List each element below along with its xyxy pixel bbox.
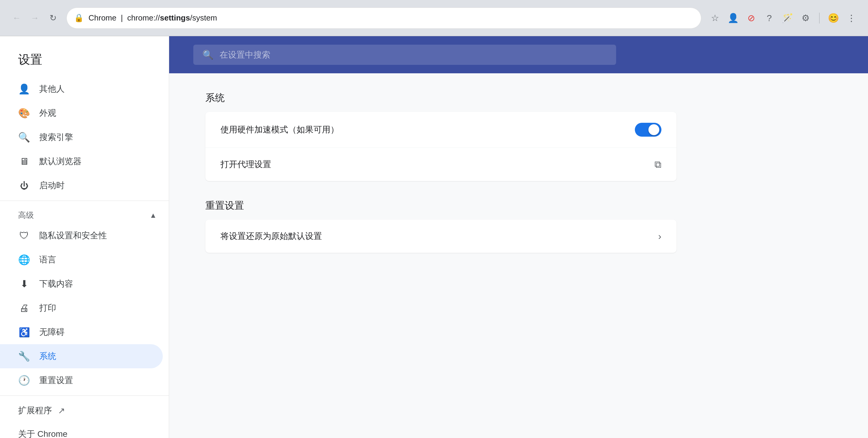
- sidebar-label-system: 系统: [39, 350, 56, 362]
- system-settings-card: 使用硬件加速模式（如果可用） 打开代理设置 ⧉: [205, 112, 677, 181]
- external-link-icon: ↗: [58, 406, 65, 416]
- hardware-accel-action: [635, 123, 661, 137]
- sidebar-item-accessibility[interactable]: ♿ 无障碍: [0, 320, 169, 344]
- sidebar-item-language[interactable]: 🌐 语言: [0, 248, 169, 272]
- extension1-button[interactable]: 🪄: [780, 10, 795, 26]
- toolbar-separator: [819, 13, 820, 24]
- content-area: 🔍 系统 使用硬件加速模式（如果可用）: [169, 36, 868, 438]
- sidebar-item-downloads[interactable]: ⬇ 下载内容: [0, 272, 169, 296]
- settings-gear-button[interactable]: ⚙: [798, 10, 813, 26]
- palette-icon: 🎨: [18, 107, 30, 119]
- advanced-collapse-icon: ▲: [150, 211, 157, 220]
- sidebar-item-system[interactable]: 🔧 系统: [0, 344, 163, 368]
- address-text: Chrome | chrome://settings/system: [89, 13, 217, 23]
- about-label: 关于 Chrome: [18, 428, 67, 438]
- shield-icon: 🛡: [18, 230, 30, 241]
- emoji-button[interactable]: 😊: [826, 10, 841, 26]
- sidebar-label-startup: 启动时: [39, 180, 65, 191]
- hardware-accel-label: 使用硬件加速模式（如果可用）: [220, 124, 635, 135]
- proxy-external-link-icon: ⧉: [654, 159, 661, 170]
- hardware-accel-toggle[interactable]: [635, 123, 661, 137]
- reset-icon: 🕐: [18, 375, 30, 386]
- sidebar-item-search[interactable]: 🔍 搜索引擎: [0, 125, 169, 149]
- wrench-icon: 🔧: [18, 350, 30, 362]
- restore-defaults-label: 将设置还原为原始默认设置: [220, 231, 658, 242]
- restore-defaults-row[interactable]: 将设置还原为原始默认设置 ›: [205, 220, 677, 253]
- sidebar-label-search: 搜索引擎: [39, 132, 73, 143]
- search-input-wrap[interactable]: 🔍: [193, 45, 616, 65]
- sidebar-item-print[interactable]: 🖨 打印: [0, 296, 169, 320]
- download-icon: ⬇: [18, 278, 30, 290]
- profile-button[interactable]: 👤: [725, 10, 741, 26]
- proxy-action: ⧉: [654, 159, 661, 170]
- sidebar-footer-divider: [0, 396, 169, 396]
- print-icon: 🖨: [18, 303, 30, 314]
- extensions-label: 扩展程序: [18, 405, 52, 416]
- sidebar-divider: [0, 201, 169, 201]
- sidebar-label-reset: 重置设置: [39, 375, 73, 386]
- chrome-text: Chrome: [89, 13, 116, 22]
- advanced-label: 高级: [18, 210, 34, 221]
- sidebar-item-privacy[interactable]: 🛡 隐私设置和安全性: [0, 224, 169, 248]
- sidebar-item-default-browser[interactable]: 🖥 默认浏览器: [0, 149, 169, 173]
- security-icon: 🔒: [74, 13, 84, 23]
- search-bar-icon: 🔍: [203, 49, 214, 60]
- reload-button[interactable]: ↻: [45, 10, 60, 26]
- help-button[interactable]: ?: [762, 10, 777, 26]
- reset-section-title: 重置设置: [205, 199, 677, 212]
- main-layout: 设置 👤 其他人 🎨 外观 🔍 搜索引擎 🖥 默认浏览器 ⏻ 启动时 高级 ▲: [0, 36, 868, 438]
- sidebar-item-about[interactable]: 关于 Chrome: [0, 422, 169, 438]
- sidebar-label-appearance: 外观: [39, 107, 56, 119]
- accessibility-icon: ♿: [18, 327, 30, 338]
- forward-button[interactable]: →: [27, 10, 42, 26]
- bookmark-button[interactable]: ☆: [707, 10, 722, 26]
- browser-actions: ☆ 👤 ⊘ ? 🪄 ⚙ 😊 ⋮: [707, 10, 859, 26]
- menu-button[interactable]: ⋮: [844, 10, 859, 26]
- chevron-right-icon: ›: [658, 231, 661, 242]
- sidebar-title: 设置: [0, 36, 169, 77]
- sidebar-item-reset[interactable]: 🕐 重置设置: [0, 368, 169, 393]
- power-icon: ⏻: [18, 181, 30, 191]
- content-body: 系统 使用硬件加速模式（如果可用） 打开代理设置 ⧉: [169, 73, 713, 289]
- sidebar-item-startup[interactable]: ⏻ 启动时: [0, 173, 169, 198]
- search-input[interactable]: [220, 50, 607, 60]
- proxy-label: 打开代理设置: [220, 159, 654, 170]
- browser-chrome: ← → ↻ 🔒 Chrome | chrome://settings/syste…: [0, 0, 868, 36]
- browser-icon: 🖥: [18, 156, 30, 167]
- search-bar-area: 🔍: [169, 36, 868, 73]
- person-icon: 👤: [18, 83, 30, 95]
- sidebar-label-language: 语言: [39, 254, 56, 265]
- sidebar-label-downloads: 下载内容: [39, 278, 73, 290]
- reset-settings-card: 将设置还原为原始默认设置 ›: [205, 220, 677, 253]
- search-icon: 🔍: [18, 132, 30, 143]
- sidebar-item-others[interactable]: 👤 其他人: [0, 77, 169, 101]
- globe-icon: 🌐: [18, 254, 30, 265]
- advanced-section-header[interactable]: 高级 ▲: [0, 204, 169, 224]
- hardware-accel-row: 使用硬件加速模式（如果可用）: [205, 112, 677, 148]
- toggle-slider: [635, 123, 661, 137]
- sidebar-label-accessibility: 无障碍: [39, 326, 65, 338]
- sidebar-label-others: 其他人: [39, 83, 65, 95]
- sidebar-label-browser: 默认浏览器: [39, 156, 82, 167]
- restore-defaults-action: ›: [658, 231, 661, 242]
- adblock-button[interactable]: ⊘: [744, 10, 759, 26]
- sidebar-item-extensions[interactable]: 扩展程序 ↗: [0, 399, 169, 422]
- nav-buttons: ← → ↻: [9, 10, 60, 26]
- back-button[interactable]: ←: [9, 10, 24, 26]
- address-bar[interactable]: 🔒 Chrome | chrome://settings/system: [66, 7, 701, 29]
- sidebar-label-privacy: 隐私设置和安全性: [39, 230, 107, 241]
- system-section-title: 系统: [205, 91, 677, 105]
- proxy-row[interactable]: 打开代理设置 ⧉: [205, 148, 677, 181]
- sidebar-label-print: 打印: [39, 302, 56, 314]
- sidebar: 设置 👤 其他人 🎨 外观 🔍 搜索引擎 🖥 默认浏览器 ⏻ 启动时 高级 ▲: [0, 36, 169, 438]
- sidebar-item-appearance[interactable]: 🎨 外观: [0, 101, 169, 125]
